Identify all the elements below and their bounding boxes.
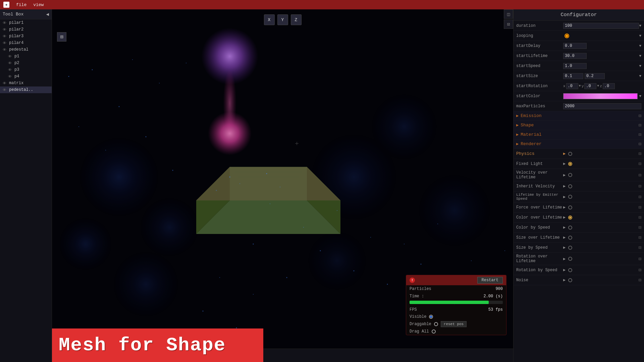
shape-section[interactable]: ▶ Shape ⊟ (514, 121, 644, 130)
size-speed-label: Size by Speed (516, 245, 563, 250)
start-speed-expand[interactable]: ▼ (639, 64, 641, 68)
sidebar-item-pilar2[interactable]: 👁 pilar2 (0, 26, 52, 33)
sidebar-item-p1[interactable]: 👁 p1 (0, 53, 52, 60)
visible-toggle[interactable] (429, 315, 433, 319)
axis-z-button[interactable]: Z (291, 14, 302, 25)
material-arrow: ▶ (516, 132, 519, 137)
progress-bar-container (410, 301, 503, 304)
start-size-input2[interactable] (585, 73, 605, 79)
draggable-toggle[interactable] (434, 322, 438, 326)
color-speed-toggle[interactable] (568, 226, 572, 230)
velocity-lifetime-icon: ⊟ (639, 172, 641, 178)
looping-toggle[interactable] (565, 34, 569, 38)
start-color-picker[interactable] (563, 93, 638, 99)
start-size-input1[interactable] (563, 73, 583, 79)
svg-point-44 (370, 237, 371, 238)
sidebar-label-pedestal2: pedestal.. (9, 87, 33, 92)
sidebar-item-pilar3[interactable]: 👁 pilar3 (0, 33, 52, 40)
start-lifetime-expand[interactable]: ▼ (639, 54, 641, 58)
drag-all-toggle[interactable] (432, 329, 436, 334)
eye-icon: 👁 (3, 81, 7, 85)
looping-expand[interactable]: ▼ (639, 34, 641, 38)
force-lifetime-expand[interactable]: ▶ (563, 205, 566, 210)
renderer-section[interactable]: ▶ Renderer ⊟ (514, 139, 644, 149)
start-color-expand[interactable]: ▼ (639, 94, 641, 98)
lifetime-emitter-expand[interactable]: ▶ (563, 194, 566, 199)
rotation-lifetime-icon: ⊟ (639, 256, 641, 262)
rotation-speed-toggle[interactable] (568, 268, 572, 272)
eye-icon: 👁 (3, 88, 7, 92)
fps-row: FPS 53 fps (406, 306, 506, 313)
noise-expand[interactable]: ▶ (563, 278, 566, 283)
grid-toggle-button[interactable]: ⊞ (57, 32, 66, 42)
restart-button[interactable]: Restart (477, 277, 503, 284)
physics-expand[interactable]: ▶ (563, 151, 566, 156)
start-delay-input[interactable] (563, 43, 587, 49)
svg-point-10 (208, 112, 252, 155)
menu-view[interactable]: view (33, 2, 44, 7)
axis-y-button[interactable]: Y (277, 14, 288, 25)
stats-panel: ! Restart Particles 900 Time : 2.00 (s) … (406, 275, 506, 335)
color-lifetime-expand[interactable]: ▶ (563, 215, 566, 220)
duration-expand[interactable]: ▼ (639, 24, 641, 28)
sidebar-label-pilar1: pilar1 (9, 20, 23, 25)
noise-toggle[interactable] (568, 278, 572, 282)
sidebar-item-p2[interactable]: 👁 p2 (0, 60, 52, 66)
time-row: Time : 2.00 (s) (406, 293, 506, 300)
velocity-lifetime-expand[interactable]: ▶ (563, 173, 566, 178)
sidebar-item-pedestal[interactable]: 👁 pedestal (0, 46, 52, 53)
shape-icon: ⊟ (639, 122, 641, 128)
velocity-lifetime-toggle[interactable] (568, 173, 572, 177)
force-lifetime-toggle[interactable] (568, 205, 572, 209)
rotation-x-arrow[interactable]: ▼ (579, 84, 581, 88)
emission-section[interactable]: ▶ Emission ⊟ (514, 111, 644, 121)
start-rotation-y[interactable] (584, 83, 596, 89)
material-section[interactable]: ▶ Material ⊟ (514, 130, 644, 139)
menu-file[interactable]: file (16, 2, 26, 7)
max-particles-input[interactable] (563, 103, 641, 109)
duration-input[interactable] (563, 23, 639, 29)
color-speed-expand[interactable]: ▶ (563, 225, 566, 230)
rotation-lifetime-expand[interactable]: ▶ (563, 256, 566, 261)
start-rotation-x[interactable] (566, 83, 578, 89)
start-size-expand[interactable]: ▼ (639, 74, 641, 78)
size-speed-expand[interactable]: ▶ (563, 245, 566, 250)
rotation-lifetime-toggle[interactable] (568, 257, 572, 261)
axis-x-button[interactable]: X (264, 14, 275, 25)
sidebar-label-p2: p2 (14, 61, 19, 65)
sidebar-item-pedestal2[interactable]: 👁 pedestal.. (0, 86, 52, 93)
sidebar-item-p3[interactable]: 👁 p3 (0, 66, 52, 73)
size-lifetime-expand[interactable]: ▶ (563, 235, 566, 240)
viewport[interactable]: X Y Z ⊞ ! Restart Particles 900 Time : 2… (52, 9, 513, 362)
size-lifetime-toggle[interactable] (568, 236, 572, 240)
start-rotation-z[interactable] (603, 83, 615, 89)
rotation-y-arrow[interactable]: ▼ (597, 84, 599, 88)
color-lifetime-toggle[interactable] (568, 216, 572, 220)
start-delay-expand[interactable]: ▼ (639, 44, 641, 48)
rotation-speed-expand[interactable]: ▶ (563, 267, 566, 273)
eye-icon: 👁 (3, 48, 7, 52)
inherit-velocity-expand[interactable]: ▶ (563, 184, 566, 189)
eye-icon: 👁 (8, 54, 13, 59)
panel-icon-2[interactable]: ⊡ (504, 19, 513, 29)
inherit-velocity-toggle[interactable] (568, 184, 572, 188)
sidebar-item-pilar1[interactable]: 👁 pilar1 (0, 19, 52, 26)
svg-point-36 (186, 63, 186, 63)
lifetime-emitter-toggle[interactable] (568, 195, 572, 199)
shape-arrow: ▶ (516, 123, 519, 128)
sidebar-item-p4[interactable]: 👁 p4 (0, 73, 52, 80)
sidebar-item-pilar4[interactable]: 👁 pilar4 (0, 40, 52, 46)
panel-icon-1[interactable]: ◫ (504, 9, 513, 19)
physics-toggle[interactable] (568, 152, 572, 156)
fixed-light-expand[interactable]: ▶ (563, 161, 566, 166)
start-delay-label: startDelay (516, 44, 563, 48)
collapse-arrow[interactable]: ◀ (46, 11, 49, 17)
fixed-light-icon: ⊟ (639, 161, 641, 167)
sidebar-item-matrix[interactable]: 👁 matrix (0, 80, 52, 86)
size-speed-toggle[interactable] (568, 246, 572, 250)
start-speed-input[interactable] (563, 63, 587, 69)
svg-point-33 (146, 136, 147, 137)
start-lifetime-input[interactable] (563, 53, 587, 59)
fixed-light-toggle[interactable] (568, 162, 572, 166)
reset-pos-button[interactable]: reset pos (441, 321, 467, 327)
